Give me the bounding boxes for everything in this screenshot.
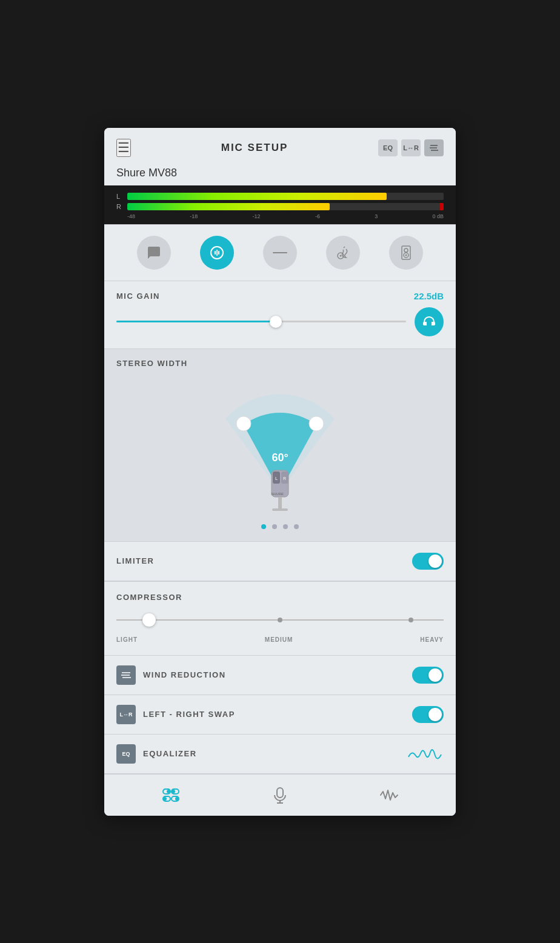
scale-label-3: -12 xyxy=(253,213,261,219)
svg-rect-35 xyxy=(277,788,283,798)
compressor-light-label: LIGHT xyxy=(116,636,138,643)
compressor-labels: LIGHT MEDIUM HEAVY xyxy=(116,636,444,643)
meter-scale: -48 -18 -12 -6 3 0 dB xyxy=(116,213,444,219)
compressor-tick-medium xyxy=(278,618,282,622)
svg-point-34 xyxy=(175,797,179,801)
lr-swap-toggle[interactable] xyxy=(412,706,444,723)
clip-indicator xyxy=(440,203,444,210)
waveform-nav-button[interactable] xyxy=(374,783,404,807)
lr-swap-icon: L↔R xyxy=(116,705,136,724)
svg-text:SHURE: SHURE xyxy=(271,492,284,496)
scale-label-4: -6 xyxy=(315,213,320,219)
page-dot-1[interactable] xyxy=(261,524,266,529)
speaker-mode-button[interactable] xyxy=(389,236,423,270)
svg-point-28 xyxy=(167,790,170,793)
svg-point-30 xyxy=(172,790,175,793)
page-dot-2[interactable] xyxy=(272,524,277,529)
scale-label-5: 3 xyxy=(375,213,378,219)
compressor-tick-heavy xyxy=(408,618,413,622)
equalizer-label: EQUALIZER xyxy=(143,749,400,758)
svg-text:60°: 60° xyxy=(272,452,288,464)
equalizer-row: EQ EQUALIZER xyxy=(104,734,456,773)
page-dot-4[interactable] xyxy=(294,524,299,529)
page-title: MIC SETUP xyxy=(221,142,288,154)
limiter-section: LIMITER xyxy=(104,542,456,581)
app-frame: ☰ MIC SETUP EQ L↔R Shure MV88 L xyxy=(104,128,456,816)
svg-point-6 xyxy=(340,255,342,256)
wind-reduction-toggle-thumb xyxy=(428,668,442,682)
compressor-section: COMPRESSOR LIGHT MEDIUM HEAVY xyxy=(104,581,456,655)
compressor-slider[interactable] xyxy=(116,611,444,629)
limiter-label: LIMITER xyxy=(116,556,155,565)
svg-rect-22 xyxy=(278,497,282,509)
compressor-label: COMPRESSOR xyxy=(116,593,182,602)
scale-label-6: 0 dB xyxy=(432,213,444,219)
svg-point-13 xyxy=(236,416,251,431)
compressor-medium-label: MEDIUM xyxy=(265,636,293,643)
compressor-heavy-label: HEAVY xyxy=(420,636,444,643)
stereo-width-section: STEREO WIDTH 60° L xyxy=(104,349,456,541)
svg-point-14 xyxy=(309,416,324,431)
right-channel-label: R xyxy=(116,203,122,210)
svg-point-10 xyxy=(405,254,407,256)
svg-text:L: L xyxy=(275,476,278,481)
left-meter-bar xyxy=(127,193,444,200)
pagination-dots xyxy=(116,524,444,529)
speech-mode-button[interactable] xyxy=(137,236,171,270)
header: ☰ MIC SETUP EQ L↔R xyxy=(104,128,456,163)
headphone-button[interactable] xyxy=(415,307,444,336)
svg-point-32 xyxy=(163,797,167,801)
svg-rect-4 xyxy=(273,252,287,253)
left-right-swap-row: L↔R LEFT - RIGHT SWAP xyxy=(104,695,456,734)
mic-gain-section: MIC GAIN 22.5dB xyxy=(104,281,456,348)
bottom-navigation xyxy=(104,774,456,816)
eq-tab-button[interactable]: EQ xyxy=(378,139,398,156)
menu-button[interactable]: ☰ xyxy=(116,139,131,157)
stereo-width-label: STEREO WIDTH xyxy=(116,359,444,368)
limiter-toggle-thumb xyxy=(428,555,442,568)
eq-icon-box: EQ xyxy=(116,744,136,764)
right-meter-fill xyxy=(127,203,330,210)
wind-reduction-row: WIND REDUCTION xyxy=(104,655,456,695)
level-meter: L R -48 -18 -12 -6 3 0 dB xyxy=(104,185,456,224)
lr-swap-toggle-thumb xyxy=(428,708,442,721)
compressor-thumb xyxy=(142,613,156,627)
left-meter-fill xyxy=(127,193,387,200)
mode-button-group xyxy=(104,225,456,281)
scale-label-2: -18 xyxy=(190,213,198,219)
stereo-visual: 60° L R SHURE xyxy=(116,376,444,516)
wind-tab-button[interactable] xyxy=(424,139,444,156)
svg-point-8 xyxy=(404,248,408,252)
gain-label: MIC GAIN xyxy=(116,292,160,301)
gain-slider[interactable] xyxy=(116,316,406,328)
svg-rect-12 xyxy=(433,322,435,325)
flat-mode-button[interactable] xyxy=(263,236,297,270)
device-name: Shure MV88 xyxy=(104,163,456,185)
lr-swap-label: LEFT - RIGHT SWAP xyxy=(143,710,405,719)
mic-nav-button[interactable] xyxy=(265,783,295,807)
settings-nav-button[interactable] xyxy=(156,783,186,807)
lr-tab-button[interactable]: L↔R xyxy=(401,139,421,156)
gain-value: 22.5dB xyxy=(414,291,444,301)
wind-reduction-toggle[interactable] xyxy=(412,667,444,684)
right-meter-bar xyxy=(127,203,444,210)
svg-rect-23 xyxy=(272,508,288,511)
wind-reduction-icon xyxy=(116,665,136,685)
eq-waveform xyxy=(407,745,444,763)
left-channel-label: L xyxy=(116,193,122,200)
header-button-group: EQ L↔R xyxy=(378,139,444,156)
scale-label-1: -48 xyxy=(127,213,135,219)
svg-rect-11 xyxy=(423,322,425,325)
page-dot-3[interactable] xyxy=(283,524,288,529)
limiter-toggle[interactable] xyxy=(412,553,444,570)
wind-reduction-label: WIND REDUCTION xyxy=(143,670,405,679)
guitar-mode-button[interactable] xyxy=(326,236,360,270)
svg-text:R: R xyxy=(283,476,286,481)
stereo-svg: 60° L R SHURE xyxy=(189,382,371,516)
podcast-mode-button[interactable] xyxy=(200,236,234,270)
